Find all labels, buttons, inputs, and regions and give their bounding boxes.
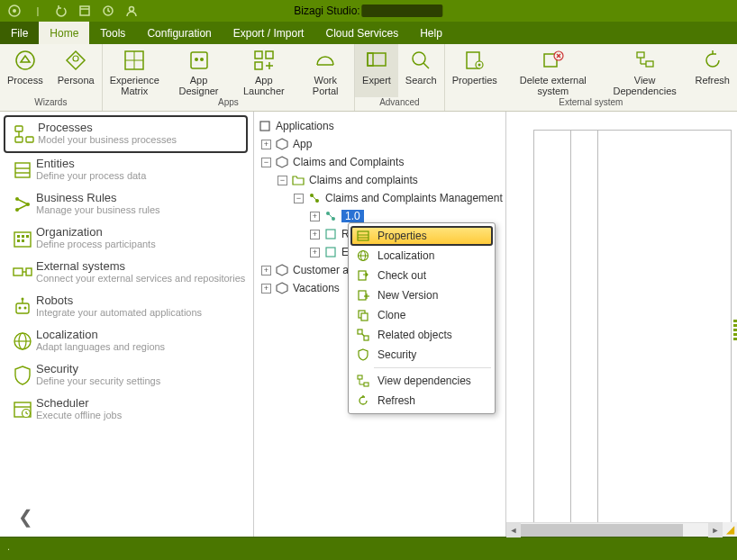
ribbon-delete-external[interactable]: Delete external system	[505, 44, 602, 97]
tree-label: Customer att	[293, 264, 355, 276]
ribbon-launcher-label: App Launcher	[238, 75, 289, 96]
tree-expander[interactable]: +	[261, 140, 271, 149]
sidebar-item-business-rules[interactable]: Business RulesManage your business rules	[4, 187, 253, 221]
menu-export-import[interactable]: Export / Import	[223, 22, 315, 44]
canvas: ◄ ► ◢	[506, 112, 737, 537]
sidebar-item-robots[interactable]: RobotsIntegrate your automated applicati…	[4, 290, 253, 324]
back-arrow[interactable]: ❮	[18, 506, 33, 528]
scroll-left-icon[interactable]: ◄	[506, 523, 521, 537]
sidebar-item-processes[interactable]: ProcessesModel your business processes	[4, 115, 248, 153]
scroll-right-icon[interactable]: ►	[708, 523, 723, 537]
svg-rect-55	[26, 268, 32, 275]
sidebar-item-scheduler[interactable]: SchedulerExecute offline jobs	[4, 393, 253, 427]
window-icon[interactable]	[77, 4, 92, 18]
tree-app[interactable]: + App	[258, 135, 502, 153]
svg-point-58	[19, 307, 22, 310]
ribbon-refresh[interactable]: Refresh	[687, 44, 737, 97]
undo-icon[interactable]	[54, 4, 68, 18]
svg-line-73	[312, 195, 317, 201]
sidebar-item-label: Processes	[38, 121, 177, 134]
title-redacted	[362, 5, 443, 17]
context-related-objects[interactable]: Related objects	[350, 325, 493, 345]
ribbon-experience-matrix[interactable]: Experience Matrix	[103, 44, 167, 97]
svg-rect-77	[326, 230, 335, 239]
svg-rect-21	[368, 53, 386, 66]
menu-tools[interactable]: Tools	[89, 22, 136, 44]
scroll-thumb[interactable]	[521, 524, 683, 537]
sidebar-item-localization[interactable]: LocalizationAdapt languages and regions	[4, 324, 253, 358]
diagram-document[interactable]	[533, 130, 732, 526]
ribbon-persona-label: Persona	[58, 75, 95, 86]
tree-label: Claims and Complaints Management	[325, 192, 503, 204]
divider-icon: |	[31, 4, 45, 18]
organization-icon	[9, 225, 36, 252]
tree-expander[interactable]: +	[310, 230, 320, 239]
user-icon[interactable]	[124, 4, 139, 18]
horizontal-scrollbar[interactable]: ◄ ►	[506, 522, 723, 537]
tree-expander[interactable]: +	[310, 212, 320, 221]
menu-configuration[interactable]: Configuration	[136, 22, 222, 44]
sidebar-item-external-systems[interactable]: External systemsConnect your external se…	[4, 256, 253, 290]
ribbon-persona[interactable]: Persona	[50, 44, 102, 97]
context-label: Refresh	[378, 394, 415, 407]
scroll-corner-icon[interactable]: ◢	[723, 522, 737, 537]
process-icon	[13, 48, 38, 73]
deps-icon	[356, 374, 370, 388]
context-refresh[interactable]: Refresh	[350, 391, 493, 411]
ribbon-process[interactable]: Process	[0, 44, 50, 97]
tree-mgmt[interactable]: − Claims and Complaints Management	[258, 189, 502, 207]
context-properties[interactable]: Properties	[350, 226, 493, 246]
context-checkout[interactable]: Check out	[350, 266, 493, 285]
ribbon-properties[interactable]: Properties	[445, 44, 505, 97]
svg-rect-17	[255, 62, 262, 69]
ribbon-group-external-label: External system	[445, 97, 737, 111]
globe-icon	[356, 248, 370, 263]
context-localization[interactable]: Localization	[350, 246, 493, 266]
tree-expander[interactable]: −	[261, 158, 271, 167]
entities-icon	[9, 157, 36, 184]
ribbon-app-designer[interactable]: App Designer	[167, 44, 232, 97]
context-new-version[interactable]: New Version	[350, 285, 493, 305]
ribbon-search[interactable]: Search	[398, 44, 444, 97]
sidebar-item-security[interactable]: SecurityDefine your security settings	[4, 358, 253, 393]
ribbon-expert[interactable]: Expert	[355, 44, 398, 97]
tree-expander[interactable]: −	[294, 194, 304, 203]
ribbon-view-dependencies[interactable]: View Dependencies	[602, 44, 688, 97]
context-clone[interactable]: Clone	[350, 305, 493, 325]
ribbon-work-portal[interactable]: Work Portal	[296, 44, 354, 97]
clock-icon[interactable]	[101, 4, 115, 18]
ribbon-view-dependencies-label: View Dependencies	[609, 75, 681, 96]
ribbon-app-launcher[interactable]: App Launcher	[231, 44, 296, 97]
properties-icon	[356, 229, 370, 243]
menu-cloud-services[interactable]: Cloud Services	[314, 22, 409, 44]
context-security[interactable]: Security	[350, 345, 493, 365]
sidebar: ProcessesModel your business processes E…	[0, 112, 254, 537]
svg-line-76	[328, 213, 333, 219]
tree-applications[interactable]: Applications	[258, 117, 502, 135]
menu-file[interactable]: File	[0, 22, 39, 44]
ribbon-properties-label: Properties	[452, 75, 497, 86]
svg-marker-70	[277, 157, 287, 167]
svg-rect-36	[15, 126, 23, 131]
sidebar-item-entities[interactable]: EntitiesDefine your process data	[4, 153, 253, 187]
tree-expander[interactable]: +	[261, 284, 271, 294]
launcher-icon	[251, 48, 277, 73]
new-version-icon	[356, 288, 370, 303]
menu-help[interactable]: Help	[409, 22, 453, 44]
ribbon-process-label: Process	[7, 75, 43, 86]
tree-expander[interactable]: +	[261, 266, 271, 275]
checkout-icon	[356, 268, 370, 283]
context-label: Localization	[378, 249, 434, 262]
panel-collapse-handle[interactable]	[733, 319, 737, 341]
tree-claims[interactable]: − Claims and Complaints	[258, 153, 502, 171]
tree-expander[interactable]: +	[310, 248, 320, 257]
svg-rect-96	[358, 375, 362, 379]
tree-claims-sub[interactable]: − Claims and complaints	[258, 171, 502, 189]
context-view-dependencies[interactable]: View dependencies	[350, 371, 493, 391]
version-icon	[323, 209, 338, 223]
sidebar-item-desc: Define process participants	[36, 239, 156, 249]
sidebar-item-label: Localization	[36, 328, 165, 341]
sidebar-item-organization[interactable]: OrganizationDefine process participants	[4, 221, 253, 256]
menu-home[interactable]: Home	[39, 22, 89, 44]
tree-expander[interactable]: −	[278, 176, 287, 185]
